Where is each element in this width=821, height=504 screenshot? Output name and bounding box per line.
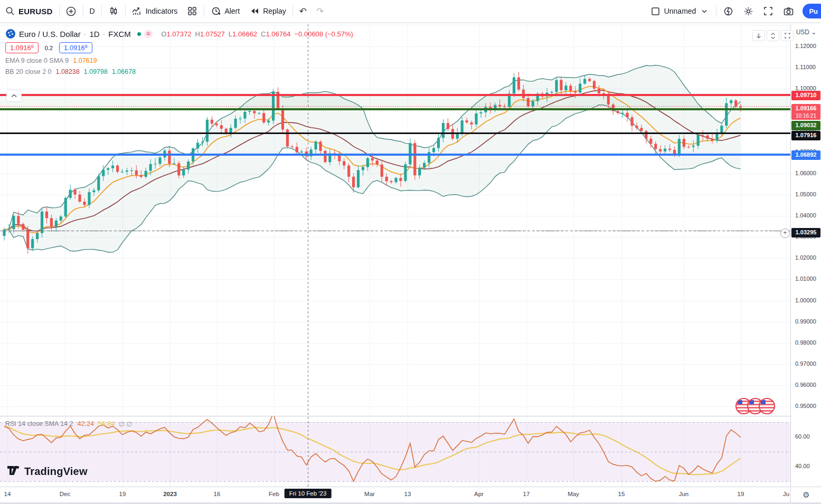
ema-label: EMA 9 close 0 SMA 9 [5,57,69,64]
chart-canvas[interactable] [0,24,790,487]
price-tag-1.09710[interactable]: 1.09710 [791,91,820,100]
top-toolbar: EURUSD D Indicators [0,0,821,23]
replay-button[interactable]: Replay [244,2,291,20]
indicators-label: Indicators [146,7,178,15]
price-tick-label: 0.95000 [795,403,816,409]
layout-name: Unnamed [664,7,696,15]
scroll-down-button[interactable] [752,30,765,41]
chevron-down-icon [699,6,710,16]
high-value: 1.07527 [200,30,225,38]
chart-legend: Euro / U.S. Dollar · 1D · FXCM ≈ O1.0737… [5,28,353,75]
fullscreen-button[interactable] [758,2,778,20]
symbol-search-button[interactable]: EURUSD [0,2,58,20]
redo-button[interactable]: ↷ [312,2,328,20]
replay-icon [249,6,260,16]
buy-button[interactable]: 1.09168 [59,42,92,53]
snapshot-button[interactable] [778,2,798,20]
camera-icon [783,6,794,16]
bb-label: BB 20 close 2 0 [5,68,52,75]
undo-button[interactable]: ↶ [295,2,312,20]
alert-clock-icon [211,6,221,16]
toolbar-right-group: Unnamed [646,2,821,20]
interval-button[interactable]: D [85,2,100,20]
symbol-title: Euro / U.S. Dollar [19,30,81,39]
toolbar-separator [204,5,204,17]
ask-sup: 8 [85,44,88,49]
indicators-icon [132,6,143,16]
date-tick-label: 19 [738,491,744,497]
sell-button[interactable]: 1.09166 [5,42,39,53]
delayed-data-badge[interactable]: ≈ [144,30,153,38]
candlestick-icon [108,6,119,16]
rsi-legend-row[interactable]: RSI 14 close SMA 14 2 42.24 56.84 ∅ ∅ [5,420,132,428]
price-tag-1.03295[interactable]: 1.03295 [791,228,820,237]
redo-icon: ↷ [316,7,324,16]
alert-button[interactable]: Alert [206,2,244,20]
search-icon [5,6,15,16]
line-collapse-button[interactable] [6,90,22,102]
rsi-label: RSI 14 close SMA 14 2 [5,420,73,428]
price-tag-1.09032[interactable]: 1.09032 [791,121,820,130]
tradingview-logo[interactable]: TradingView [7,465,88,478]
date-tick-label: 2023 [163,491,177,497]
symbol-name: EURUSD [18,7,53,16]
crosshair-date-tag: Fri 10 Feb '23 [285,489,332,498]
ema-legend-row[interactable]: EMA 9 close 0 SMA 9 1.07619 [5,57,353,64]
layout-save-button[interactable]: Unnamed [646,2,715,20]
maximize-pane-button[interactable] [781,30,794,41]
templates-button[interactable] [182,2,202,20]
settings-button[interactable] [738,2,758,20]
market-status-dot [137,32,141,36]
toolbar-separator [716,5,716,17]
time-axis[interactable]: 14Dec19202316FebMar13Apr17May15Jun19JuFr… [0,487,790,502]
date-tick-label: 16 [214,491,221,497]
collapse-pane-button[interactable] [767,30,779,41]
close-value: 1.06764 [266,30,290,38]
price-tick-label: 1.01000 [795,275,816,282]
flag-stickers[interactable] [735,398,775,414]
date-tick-label: Apr [474,491,484,497]
crosshair-add-alert-icon[interactable]: + [780,229,790,238]
price-axis[interactable]: USD ⌄ 1.120001.110001.100001.090001.0800… [790,24,821,487]
compare-add-button[interactable] [61,2,81,20]
date-tick-label: 13 [404,491,411,497]
indicators-button[interactable]: Indicators [127,2,183,20]
chart-style-button[interactable] [103,2,124,20]
price-tag-1.07916[interactable]: 1.07916 [791,131,820,140]
toolbar-separator [59,5,60,17]
price-tick-label: 0.99000 [795,318,816,325]
chevron-up-icon [11,94,17,98]
publish-label: Pu [809,7,818,15]
price-tag-1.09166[interactable]: 1.0916610:16:21 [791,104,820,120]
ema-value: 1.07619 [73,57,97,64]
bb-upper-value: 1.09798 [84,68,108,75]
symbol-legend-row[interactable]: Euro / U.S. Dollar · 1D · FXCM ≈ O1.0737… [5,28,353,39]
fullscreen-icon [763,6,773,16]
toolbar-separator [125,5,126,17]
separator-dot: · [84,30,87,38]
arrow-down-icon [756,33,761,39]
price-tick-label: 1.02000 [795,254,816,261]
flag-sticker[interactable] [759,398,775,414]
quick-search-button[interactable] [718,2,738,20]
rsi-value: 42.24 [78,420,94,428]
bb-lower-value: 1.06678 [112,68,136,75]
open-value: 1.07372 [166,30,191,38]
bb-legend-row[interactable]: BB 20 close 2 0 1.08238 1.09798 1.06678 [5,68,353,75]
axis-settings-button[interactable]: ⚙ [790,487,821,502]
date-tick-label: May [568,491,579,497]
axis-currency-label[interactable]: USD ⌄ [791,28,821,36]
maximize-icon [785,33,790,39]
bid-sup: 6 [31,44,34,49]
price-tick-label: 0.96000 [795,382,816,388]
toolbar-separator [83,5,83,17]
date-tick-label: Feb [269,491,279,497]
publish-button[interactable]: Pu [803,4,821,18]
symbol-exchange: FXCM [108,30,131,39]
low-value: 1.06662 [232,30,257,38]
price-tick-label: 1.00000 [795,297,816,303]
pane-controls [752,30,794,41]
date-tick-label: 15 [618,491,625,497]
price-tag-1.06892[interactable]: 1.06892 [791,150,820,160]
rsi-sma-value: 56.84 [98,420,115,428]
